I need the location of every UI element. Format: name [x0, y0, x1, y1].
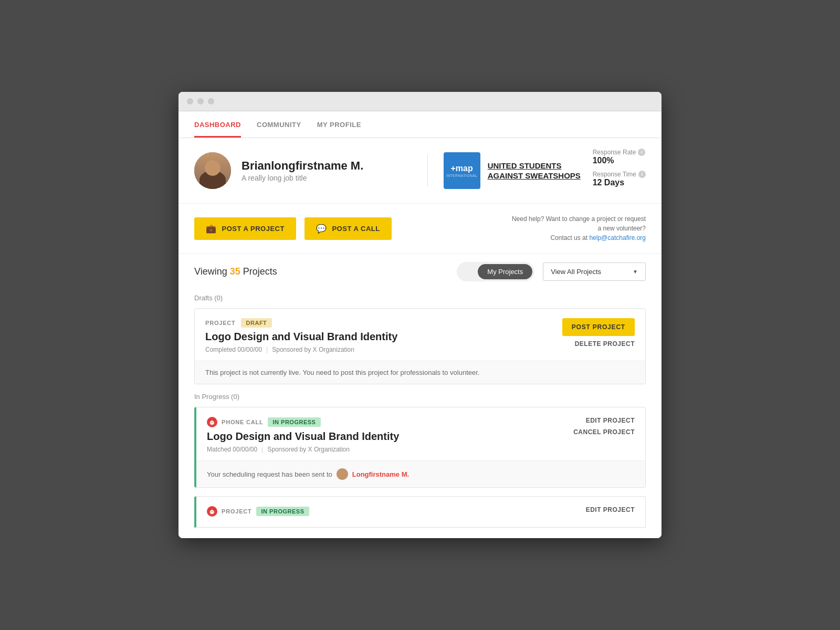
draft-type-label: PROJECT	[205, 320, 236, 326]
profile-divider	[427, 155, 428, 186]
org-name[interactable]: UNITED STUDENTS AGAINST SWEATSHOPS	[488, 161, 582, 181]
in-progress-type-row-2: ⏰ PROJECT IN PROGRESS	[207, 506, 586, 517]
draft-card-actions: POST PROJECT DELETE PROJECT	[562, 318, 635, 348]
response-rate-info-icon[interactable]: i	[638, 149, 645, 156]
scheduling-row: Your scheduling request has been sent to…	[207, 468, 635, 480]
profile-name: Brianlongfirstname M.	[242, 159, 412, 173]
nav-item-community[interactable]: COMMUNITY	[257, 111, 301, 138]
draft-meta-sep: |	[266, 346, 268, 353]
org-logo[interactable]: +map INTERNATIONAL	[444, 152, 480, 189]
edit-project-button-1[interactable]: EDIT PROJECT	[586, 417, 635, 424]
avatar-image	[194, 152, 231, 189]
maximize-traffic-light[interactable]	[208, 98, 214, 104]
stats-section: Response Rate i 100% Response Time i 12 …	[593, 149, 646, 193]
post-project-action-button[interactable]: POST PROJECT	[562, 318, 635, 336]
clock-icon-1: ⏰	[207, 417, 217, 427]
in-progress-matched-1: Matched 00/00/00	[207, 446, 257, 453]
actions-section: 💼 POST A PROJECT 💬 POST A CALL Need help…	[178, 204, 662, 254]
nav-item-dashboard[interactable]: DASHBOARD	[194, 111, 241, 138]
viewing-count: 35	[230, 266, 240, 277]
clock-icon-2: ⏰	[207, 506, 217, 517]
toggle-all-projects[interactable]	[459, 268, 478, 276]
nav-bar: DASHBOARD COMMUNITY MY PROFILE	[178, 111, 662, 138]
main-content: Drafts (0) PROJECT DRAFT Logo Design and…	[178, 294, 662, 538]
response-rate-label: Response Rate i	[593, 149, 646, 156]
post-project-button[interactable]: 💼 POST A PROJECT	[194, 217, 296, 240]
in-progress-sponsored-1: Sponsored by X Organization	[267, 446, 350, 453]
in-progress-card-1-left: ⏰ PHONE CALL IN PROGRESS Logo Design and…	[207, 417, 573, 453]
in-progress-type-label-2: PROJECT	[222, 508, 252, 514]
response-rate-value: 100%	[593, 156, 646, 165]
phone-icon: 💬	[316, 224, 327, 234]
briefcase-icon: 💼	[206, 224, 217, 234]
toggle-my-projects[interactable]: My Projects	[478, 264, 532, 279]
view-select-label: View All Projects	[551, 268, 601, 276]
in-progress-badge-2: IN PROGRESS	[256, 507, 310, 516]
org-logo-sub: INTERNATIONAL	[446, 174, 477, 177]
drafts-header: Drafts (0)	[194, 294, 646, 302]
draft-card-top: PROJECT DRAFT Logo Design and Visual Bra…	[195, 309, 645, 361]
in-progress-type-label-1: PHONE CALL	[222, 419, 264, 425]
in-progress-meta-sep-1: |	[261, 446, 263, 453]
viewing-text: Viewing 35 Projects	[194, 266, 277, 277]
minimize-traffic-light[interactable]	[197, 98, 204, 104]
app-content: DASHBOARD COMMUNITY MY PROFILE Brianlong…	[178, 111, 662, 538]
view-all-select[interactable]: View All Projects ▼	[543, 262, 646, 281]
projects-bar: Viewing 35 Projects My Projects View All…	[178, 254, 662, 290]
response-time-info-icon[interactable]: i	[638, 171, 646, 178]
help-email-link[interactable]: help@catchafire.org	[589, 234, 646, 242]
delete-project-button[interactable]: DELETE PROJECT	[575, 340, 635, 348]
chevron-down-icon: ▼	[633, 269, 638, 275]
in-progress-type-row-1: ⏰ PHONE CALL IN PROGRESS	[207, 417, 573, 427]
profile-section: Brianlongfirstname M. A really long job …	[178, 138, 662, 204]
draft-card-meta: Completed 00/00/00 | Sponsored by X Orga…	[205, 346, 562, 353]
post-call-button[interactable]: 💬 POST A CALL	[304, 217, 392, 240]
post-project-label: POST A PROJECT	[222, 225, 285, 233]
edit-project-button-2[interactable]: EDIT PROJECT	[586, 506, 635, 513]
cancel-project-button-1[interactable]: CANCEL PROJECT	[573, 428, 635, 436]
in-progress-card-2: ⏰ PROJECT IN PROGRESS EDIT PROJECT	[194, 496, 646, 528]
profile-title: A really long job title	[242, 174, 412, 182]
avatar	[194, 152, 231, 189]
draft-sponsored: Sponsored by X Organization	[272, 346, 354, 353]
in-progress-card-2-left: ⏰ PROJECT IN PROGRESS	[207, 506, 586, 520]
in-progress-header: In Progress (0)	[194, 393, 646, 401]
in-progress-card-1-actions: EDIT PROJECT CANCEL PROJECT	[573, 417, 635, 436]
draft-project-card: PROJECT DRAFT Logo Design and Visual Bra…	[194, 308, 646, 384]
org-section: +map INTERNATIONAL UNITED STUDENTS AGAIN…	[444, 152, 582, 189]
in-progress-card-2-actions: EDIT PROJECT	[586, 506, 635, 513]
close-traffic-light[interactable]	[187, 98, 193, 104]
projects-toggle: My Projects	[457, 262, 534, 281]
in-progress-card-1-bottom: Your scheduling request has been sent to…	[196, 460, 645, 487]
in-progress-card-1: ⏰ PHONE CALL IN PROGRESS Logo Design and…	[194, 407, 646, 488]
profile-info: Brianlongfirstname M. A really long job …	[242, 159, 412, 182]
in-progress-card-1-title[interactable]: Logo Design and Visual Brand Identity	[207, 430, 573, 443]
volunteer-avatar	[337, 468, 348, 480]
response-time-label: Response Time i	[593, 171, 646, 178]
help-text: Need help? Want to change a project or r…	[509, 214, 646, 243]
volunteer-name-link[interactable]: Longfirstname M.	[352, 470, 409, 478]
help-prefix: Contact us at	[550, 234, 589, 242]
draft-badge: DRAFT	[241, 318, 272, 328]
response-time-value: 12 Days	[593, 178, 646, 187]
draft-card-left: PROJECT DRAFT Logo Design and Visual Bra…	[205, 318, 562, 353]
post-call-label: POST A CALL	[332, 225, 380, 233]
browser-chrome	[178, 92, 662, 111]
org-logo-text: +map	[451, 164, 473, 173]
browser-window: DASHBOARD COMMUNITY MY PROFILE Brianlong…	[178, 92, 662, 538]
in-progress-card-1-top: ⏰ PHONE CALL IN PROGRESS Logo Design and…	[196, 407, 645, 460]
in-progress-card-1-meta: Matched 00/00/00 | Sponsored by X Organi…	[207, 446, 573, 453]
in-progress-badge-1: IN PROGRESS	[268, 417, 321, 427]
draft-completed: Completed 00/00/00	[205, 346, 262, 353]
draft-type-row: PROJECT DRAFT	[205, 318, 562, 328]
draft-card-title[interactable]: Logo Design and Visual Brand Identity	[205, 331, 562, 343]
nav-item-my-profile[interactable]: MY PROFILE	[317, 111, 361, 138]
draft-card-notice: This project is not currently live. You …	[195, 361, 645, 384]
in-progress-card-2-top: ⏰ PROJECT IN PROGRESS EDIT PROJECT	[196, 497, 645, 527]
scheduling-text: Your scheduling request has been sent to	[207, 470, 332, 478]
